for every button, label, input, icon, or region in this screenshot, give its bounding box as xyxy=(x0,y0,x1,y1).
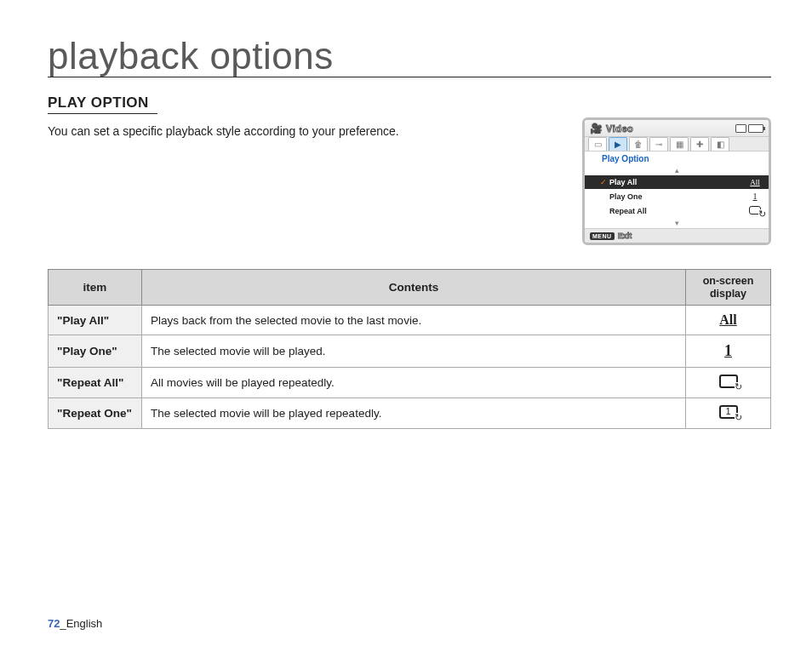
osd-arrow-up-icon: ▴ xyxy=(585,166,769,175)
row-contents: All movies will be played repeatedly. xyxy=(142,368,686,398)
col-header-osd: on-screen display xyxy=(686,270,771,306)
section-title: PLAY OPTION xyxy=(48,94,157,114)
tab-icon-4: ⊸ xyxy=(649,137,668,151)
page-number: 72 xyxy=(48,617,60,630)
card-icon xyxy=(735,124,746,133)
table-row: "Play All" Plays back from the selected … xyxy=(49,306,771,335)
row-item: "Repeat All" xyxy=(49,368,142,398)
repeat-all-icon xyxy=(719,375,738,388)
col-header-item: item xyxy=(49,270,142,306)
osd-menu-item-repeat-all: Repeat All xyxy=(585,203,769,219)
row-contents: The selected movie will be played. xyxy=(142,335,686,368)
footer-lang: English xyxy=(66,617,103,630)
play-option-table: item Contents on-screen display "Play Al… xyxy=(48,269,771,429)
osd-item-label: Play One xyxy=(607,192,748,201)
osd-menu-title: Play Option xyxy=(585,151,769,166)
page-title: playback options xyxy=(48,36,771,77)
repeat-one-icon xyxy=(719,405,738,419)
battery-icon xyxy=(748,124,763,133)
osd-footer-exit: Exit xyxy=(618,232,632,240)
repeat-all-icon xyxy=(748,206,762,216)
tab-icon-play: ▶ xyxy=(609,137,627,151)
row-icon: All xyxy=(686,306,771,335)
tab-icon-1: ▭ xyxy=(588,137,607,151)
row-item: "Play All" xyxy=(49,306,142,335)
row-item: "Play One" xyxy=(49,335,142,368)
video-mode-icon: 🎥 xyxy=(590,123,603,134)
row-contents: Plays back from the selected movie to th… xyxy=(142,306,686,335)
osd-footer-menu: MENU xyxy=(590,232,615,240)
footer-sep: _ xyxy=(60,617,66,630)
osd-arrow-down-icon: ▾ xyxy=(585,219,769,228)
table-row: "Repeat All" All movies will be played r… xyxy=(49,368,771,398)
osd-item-label: Repeat All xyxy=(607,207,748,215)
osd-tabs: ▭ ▶ 🗑 ⊸ ▦ ✚ ◧ xyxy=(585,136,769,151)
osd-menu-item-play-one: Play One 1 xyxy=(585,189,769,203)
tab-icon-3: 🗑 xyxy=(629,137,648,151)
row-icon: 1 xyxy=(686,335,771,368)
play-one-icon: 1 xyxy=(748,192,762,201)
tab-icon-6: ✚ xyxy=(690,137,709,151)
row-item: "Repeat One" xyxy=(49,398,142,429)
row-icon xyxy=(686,368,771,398)
col-header-contents: Contents xyxy=(142,270,686,306)
tab-icon-5: ▦ xyxy=(670,137,689,151)
play-all-icon: All xyxy=(719,312,736,328)
osd-menu-item-play-all: ✓ Play All All xyxy=(585,175,769,189)
row-icon xyxy=(686,398,771,429)
page-footer: 72_English xyxy=(48,617,102,630)
table-row: "Play One" The selected movie will be pl… xyxy=(49,335,771,368)
check-icon: ✓ xyxy=(600,178,607,186)
row-contents: The selected movie will be played repeat… xyxy=(142,398,686,429)
osd-item-label: Play All xyxy=(607,178,748,186)
osd-preview: 🎥 Video ▭ ▶ 🗑 ⊸ ▦ ✚ ◧ Play Option ▴ xyxy=(582,117,771,245)
table-row: "Repeat One" The selected movie will be … xyxy=(49,398,771,429)
osd-title: Video xyxy=(606,123,633,134)
play-one-icon: 1 xyxy=(724,342,732,360)
tab-icon-7: ◧ xyxy=(711,137,729,151)
play-all-icon: All xyxy=(748,178,762,186)
intro-text: You can set a specific playback style ac… xyxy=(48,124,399,138)
